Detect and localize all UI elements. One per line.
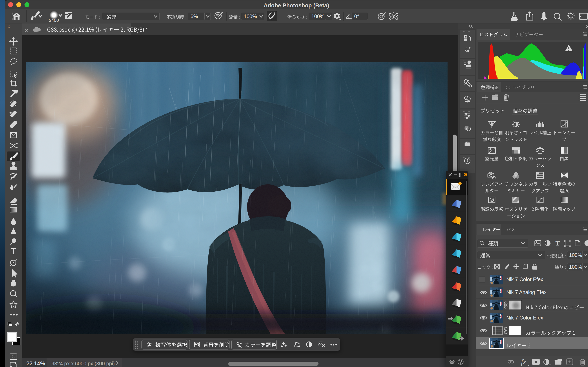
svg-text:T: T — [555, 240, 560, 247]
svg-text:T: T — [11, 246, 16, 256]
svg-text:2400: 2400 — [49, 18, 59, 23]
svg-text:fx: fx — [521, 358, 526, 366]
svg-text:»: » — [8, 24, 10, 29]
